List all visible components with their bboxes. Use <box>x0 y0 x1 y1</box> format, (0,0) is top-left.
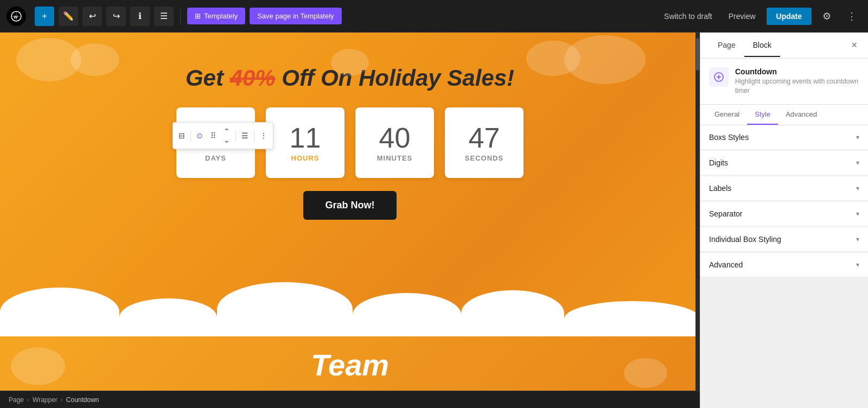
seconds-number: 47 <box>469 124 500 152</box>
white-cloud-3 <box>217 282 353 336</box>
style-tabs: General Style Advanced <box>700 105 868 125</box>
deco-cloud-5 <box>331 49 369 76</box>
main-area: ⊟ ⊙ ⠿ ⌃⌄ ☰ ⋮ Get 40% <box>0 33 868 408</box>
lower-section: Team <box>0 336 700 391</box>
switch-to-draft-button[interactable]: Switch to draft <box>659 9 718 24</box>
hours-number: 11 <box>290 124 321 152</box>
accordion-item-boxs-styles: Boxs Styles ▾ <box>700 125 868 150</box>
breadcrumb-page: Page <box>9 396 24 404</box>
countdown-box-hours: 11 HOURS <box>266 107 344 178</box>
block-tool-separator-2 <box>235 130 236 141</box>
accordion-header-advanced[interactable]: Advanced ▾ <box>700 253 868 277</box>
breadcrumb-bar: Page › Wrapper › Countdown <box>0 391 700 408</box>
canvas: ⊟ ⊙ ⠿ ⌃⌄ ☰ ⋮ Get 40% <box>0 33 700 391</box>
save-templately-button[interactable]: Save page in Templately <box>250 8 341 24</box>
countdown-icon: ⊙ <box>196 131 203 140</box>
minutes-label: MINUTES <box>377 154 413 162</box>
align-button[interactable]: ☰ <box>238 129 252 142</box>
tab-block[interactable]: Block <box>744 34 780 57</box>
seconds-label: SECONDS <box>465 154 503 162</box>
breadcrumb-countdown: Countdown <box>66 396 99 404</box>
deco-cloud-2 <box>71 43 119 76</box>
accordion-label-separator: Separator <box>709 209 742 218</box>
toolbar-separator <box>180 9 181 24</box>
white-cloud-6 <box>564 301 700 336</box>
block-desc: Highlight upcoming events with countdown… <box>735 77 859 95</box>
countdown-box-seconds: 47 SECONDS <box>445 107 524 178</box>
accordion: Boxs Styles ▾ Digits ▾ Labels ▾ Separato… <box>700 125 868 408</box>
accordion-header-separator[interactable]: Separator ▾ <box>700 202 868 226</box>
accordion-header-boxs-styles[interactable]: Boxs Styles ▾ <box>700 125 868 150</box>
add-block-button[interactable]: + <box>35 7 54 26</box>
grab-now-button[interactable]: Grab Now! <box>303 191 396 220</box>
more-block-options-button[interactable]: ⋮ <box>257 129 271 142</box>
accordion-header-individual-box-styling[interactable]: Individual Box Styling ▾ <box>700 227 868 252</box>
more-options-button[interactable]: ⋮ <box>842 7 861 26</box>
chevron-individual-box-styling-icon: ▾ <box>856 235 859 243</box>
chevron-digits-icon: ▾ <box>856 159 859 167</box>
lower-deco-cloud-1 <box>11 347 65 385</box>
white-cloud-5 <box>461 290 564 336</box>
style-tab-advanced[interactable]: Advanced <box>778 105 825 125</box>
chevron-separator-icon: ▾ <box>856 210 859 218</box>
hours-label: HOURS <box>291 154 320 162</box>
wp-logo: W <box>7 7 26 26</box>
accordion-header-labels[interactable]: Labels ▾ <box>700 176 868 201</box>
toolbar-right: Switch to draft Preview Update ⚙ ⋮ <box>659 7 861 26</box>
white-cloud-2 <box>119 298 217 336</box>
right-panel: Page Block × Countdown Highlight upcomin… <box>700 33 868 408</box>
accordion-label-labels: Labels <box>709 184 731 193</box>
settings-button[interactable]: ⚙ <box>817 7 837 26</box>
block-type-icon: ⊟ <box>178 131 185 140</box>
white-cloud-1 <box>0 288 119 336</box>
team-title: Team <box>311 347 389 382</box>
accordion-item-individual-box-styling: Individual Box Styling ▾ <box>700 227 868 252</box>
block-tool-separator-1 <box>190 130 191 141</box>
templately-label: Templately <box>204 12 238 20</box>
chevron-labels-icon: ▾ <box>856 184 859 192</box>
edit-tool-button[interactable]: ✏️ <box>59 7 78 26</box>
chevron-boxs-styles-icon: ▾ <box>856 133 859 141</box>
chevron-advanced-icon: ▾ <box>856 261 859 269</box>
block-toolbar: ⊟ ⊙ ⠿ ⌃⌄ ☰ ⋮ <box>173 122 273 149</box>
update-button[interactable]: Update <box>767 8 812 25</box>
countdown-icon-btn[interactable]: ⊙ <box>193 129 206 142</box>
preview-button[interactable]: Preview <box>723 9 761 24</box>
accordion-item-labels: Labels ▾ <box>700 176 868 201</box>
panel-close-button[interactable]: × <box>849 37 859 53</box>
breadcrumb-sep-2: › <box>61 396 63 404</box>
list-view-button[interactable]: ☰ <box>154 7 174 26</box>
block-type-icon-panel <box>709 67 729 87</box>
accordion-label-advanced: Advanced <box>709 260 743 269</box>
chevron-up-down-icon: ⌃⌄ <box>224 127 230 144</box>
info-button[interactable]: ℹ <box>130 7 150 26</box>
drag-handle-button[interactable]: ⠿ <box>207 129 219 142</box>
block-info-text: Countdown Highlight upcoming events with… <box>735 67 859 95</box>
redo-button[interactable]: ↪ <box>106 7 126 26</box>
hero-section: ⊟ ⊙ ⠿ ⌃⌄ ☰ ⋮ Get 40% <box>0 33 700 336</box>
style-tab-general[interactable]: General <box>707 105 747 125</box>
style-tab-style[interactable]: Style <box>747 105 778 125</box>
block-type-button[interactable]: ⊟ <box>175 129 188 142</box>
canvas-scrollbar[interactable] <box>695 33 700 391</box>
countdown-box-minutes: 40 MINUTES <box>355 107 434 178</box>
accordion-header-digits[interactable]: Digits ▾ <box>700 151 868 175</box>
svg-text:W: W <box>14 15 18 20</box>
templately-button[interactable]: ⊞ Templately <box>187 8 245 24</box>
deco-cloud-4 <box>526 41 580 76</box>
lower-deco-cloud-2 <box>624 358 667 388</box>
breadcrumb-wrapper: Wrapper <box>33 396 58 404</box>
panel-header: Page Block × <box>700 33 868 59</box>
tab-page[interactable]: Page <box>709 34 744 57</box>
move-up-down-button[interactable]: ⌃⌄ <box>220 125 233 146</box>
block-tool-separator-3 <box>254 130 254 141</box>
top-clouds <box>0 33 700 109</box>
undo-button[interactable]: ↩ <box>82 7 102 26</box>
canvas-scrollbar-thumb <box>696 38 699 71</box>
bottom-clouds <box>0 277 700 336</box>
accordion-label-boxs-styles: Boxs Styles <box>709 133 749 142</box>
block-info: Countdown Highlight upcoming events with… <box>700 59 868 105</box>
breadcrumb-sep-1: › <box>27 396 29 404</box>
accordion-item-advanced: Advanced ▾ <box>700 253 868 277</box>
accordion-item-digits: Digits ▾ <box>700 151 868 175</box>
